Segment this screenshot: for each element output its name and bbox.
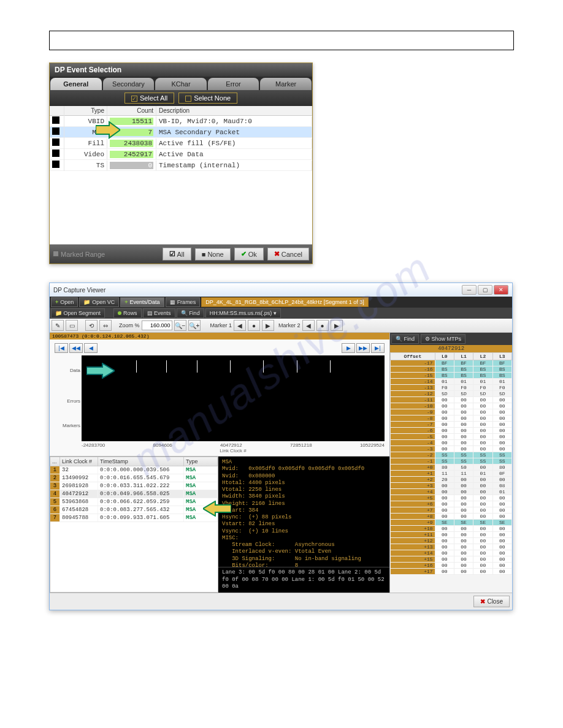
- mtp-row[interactable]: -17BFBFBFBF: [391, 360, 512, 366]
- tab-error[interactable]: Error: [208, 78, 259, 90]
- checkbox[interactable]: [52, 161, 59, 168]
- mtp-row[interactable]: +700000000: [391, 507, 512, 514]
- tab-secondary[interactable]: Secondary: [103, 78, 155, 90]
- show-mtps-button[interactable]: ⚙ Show MTPs: [421, 334, 465, 344]
- col-description[interactable]: Description: [156, 106, 312, 115]
- mtp-row[interactable]: -2SSSSSSSS: [391, 452, 512, 458]
- tool-button[interactable]: ⟲: [85, 320, 98, 331]
- mtp-row[interactable]: +11111010F: [391, 471, 512, 477]
- nav-prev-button[interactable]: ◀: [84, 343, 98, 353]
- col-index[interactable]: ...: [50, 457, 60, 466]
- marker2-next-button[interactable]: ▶: [331, 320, 343, 331]
- mtp-row[interactable]: +1100000000: [391, 532, 512, 538]
- mtp-row[interactable]: -1000000000: [391, 403, 512, 409]
- tool-button[interactable]: ▭: [66, 320, 78, 331]
- nav-forward-button[interactable]: ▶▶: [356, 343, 370, 353]
- event-row[interactable]: Video2452917Active Data: [50, 149, 312, 160]
- mtp-row[interactable]: -15BSBSBSBS: [391, 373, 512, 379]
- mtp-table[interactable]: OffsetL0L1L2L3-17BFBFBFBF-16BSBSBSBS-15B…: [390, 352, 512, 593]
- marker1-prev-button[interactable]: ◀: [234, 320, 246, 331]
- event-row[interactable]: 1320:0:0.000.000.039.506MSA: [50, 466, 218, 474]
- zoom-input[interactable]: [142, 320, 172, 330]
- mtp-row[interactable]: +1700000000: [391, 569, 512, 575]
- event-row[interactable]: Fill2438038Active fill (FS/FE): [50, 138, 312, 149]
- checkbox[interactable]: [52, 150, 59, 157]
- open-button[interactable]: +Open: [51, 297, 78, 307]
- mtp-row[interactable]: +400000001: [391, 489, 512, 495]
- lane-data-panel[interactable]: Lane 3: 00 5d f0 00 80 00 28 01 00 Lane …: [218, 567, 389, 593]
- segment-label[interactable]: DP_4K_4L_81_RGB_8bit_6ChLP_24bit_48kHz […: [201, 297, 369, 307]
- checkbox[interactable]: [52, 127, 59, 135]
- event-row[interactable]: 7809457880:0:0.099.933.071.605MSA: [50, 514, 218, 522]
- event-row[interactable]: 3269819280:0:0.033.311.022.222MSA: [50, 482, 218, 490]
- open-vc-button[interactable]: 📁Open VC: [79, 297, 119, 307]
- mtp-row[interactable]: -125D5D5D5D: [391, 391, 512, 397]
- mtp-col[interactable]: L1: [454, 353, 473, 360]
- mtp-row[interactable]: +1500000000: [391, 556, 512, 563]
- mtp-row[interactable]: +1600000000: [391, 563, 512, 569]
- event-row[interactable]: VBID15511VB-ID, Mvid7:0, Maud7:0: [50, 116, 312, 127]
- mtp-row[interactable]: -800000000: [391, 415, 512, 422]
- cancel-button[interactable]: ✖Cancel: [267, 248, 309, 260]
- mtp-row[interactable]: +1200000000: [391, 538, 512, 544]
- mtp-row[interactable]: +080500080: [391, 464, 512, 471]
- marked-range-toggle[interactable]: Marked Range: [53, 251, 105, 258]
- tab-general[interactable]: General: [50, 78, 102, 90]
- events-button[interactable]: ▤ Events: [143, 308, 175, 318]
- col-type[interactable]: Type: [184, 457, 218, 466]
- event-row[interactable]: TS0Timestamp (internal): [50, 160, 312, 171]
- col-type[interactable]: Type: [64, 106, 107, 115]
- mtp-col[interactable]: L2: [473, 353, 492, 360]
- open-segment-button[interactable]: 📁 Open Segment: [51, 308, 105, 318]
- zoom-in-button[interactable]: 🔍+: [188, 320, 201, 331]
- mtp-row[interactable]: -400000000: [391, 440, 512, 446]
- find-button[interactable]: 🔍 Find: [177, 308, 204, 318]
- mtp-row[interactable]: +800000000: [391, 514, 512, 520]
- event-row[interactable]: 4404729120:0:0.049.966.558.025MSA: [50, 490, 218, 498]
- nav-first-button[interactable]: |◀: [55, 343, 68, 353]
- events-data-tab[interactable]: +Events/Data: [120, 297, 164, 307]
- mtp-row[interactable]: -900000000: [391, 409, 512, 415]
- select-none-button[interactable]: Select None: [178, 93, 237, 104]
- ok-button[interactable]: ✔Ok: [234, 248, 264, 260]
- none-button[interactable]: ■ None: [195, 248, 231, 260]
- mtp-row[interactable]: +1400000000: [391, 550, 512, 556]
- mtp-row[interactable]: -1SSSSSSSS: [391, 458, 512, 464]
- zoom-out-button[interactable]: 🔍−: [174, 320, 186, 331]
- mtp-row[interactable]: -13F0F0F0F0: [391, 385, 512, 391]
- mtp-row[interactable]: +300000008: [391, 483, 512, 489]
- mtp-row[interactable]: +1000000000: [391, 526, 512, 532]
- col-count[interactable]: Count: [107, 106, 156, 115]
- mtp-row[interactable]: -1401010101: [391, 379, 512, 385]
- checkbox[interactable]: [52, 116, 59, 124]
- all-button[interactable]: ☑All: [163, 248, 191, 260]
- tab-marker[interactable]: Marker: [260, 78, 312, 90]
- event-row[interactable]: MSA7MSA Secondary Packet: [50, 127, 312, 138]
- close-button[interactable]: ✖Close: [473, 596, 510, 607]
- event-row[interactable]: 6674548280:0:0.083.277.565.432MSA: [50, 506, 218, 514]
- mtp-row[interactable]: -300000000: [391, 446, 512, 452]
- close-window-button[interactable]: ✕: [494, 285, 508, 295]
- mtp-row[interactable]: -1100000000: [391, 397, 512, 403]
- frames-tab[interactable]: ▦ Frames: [166, 297, 201, 307]
- col-timestamp[interactable]: TimeStamp: [98, 457, 184, 466]
- select-all-button[interactable]: Select All: [124, 93, 174, 104]
- mtp-row[interactable]: -500000000: [391, 434, 512, 440]
- marker1-set-button[interactable]: ●: [248, 320, 260, 331]
- mtp-col[interactable]: Offset: [391, 353, 435, 360]
- col-clock[interactable]: Link Clock #: [60, 457, 98, 466]
- tool-button[interactable]: ✎: [52, 320, 64, 331]
- marker1-next-button[interactable]: ▶: [262, 320, 274, 331]
- mtp-row[interactable]: +220000000: [391, 477, 512, 483]
- mtp-row[interactable]: -16BSBSBSBS: [391, 366, 512, 373]
- mtp-col[interactable]: L0: [435, 353, 454, 360]
- mtp-row[interactable]: +1300000000: [391, 544, 512, 550]
- nav-next-button[interactable]: ▶: [342, 343, 355, 353]
- event-row[interactable]: 2134909920:0:0.016.655.545.679MSA: [50, 474, 218, 482]
- checkbox[interactable]: [52, 138, 59, 146]
- mtp-row[interactable]: -700000000: [391, 422, 512, 428]
- tab-kchar[interactable]: KChar: [155, 78, 207, 90]
- rows-button[interactable]: Rows: [113, 308, 142, 318]
- mtp-row[interactable]: -600000000: [391, 428, 512, 434]
- waveform-canvas[interactable]: Data Errors Markers: [82, 355, 385, 441]
